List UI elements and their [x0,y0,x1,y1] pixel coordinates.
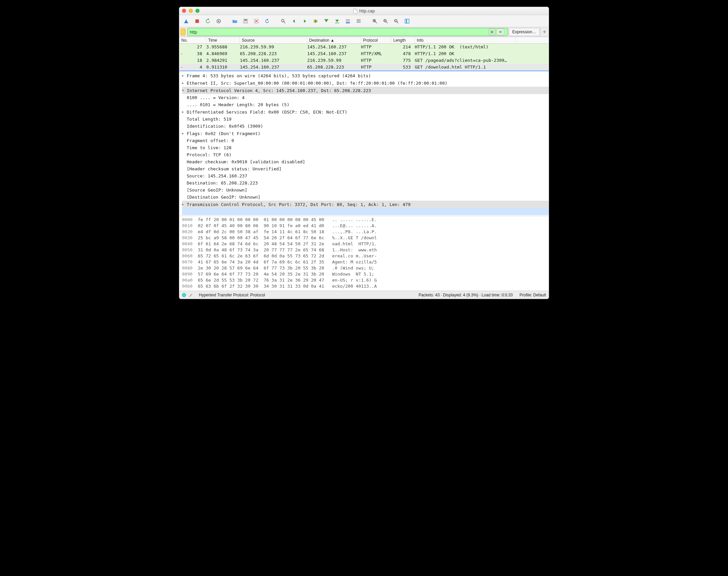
packet-cell: 0.911310 [204,64,238,70]
detail-row[interactable]: Source: 145.254.160.237 [182,172,549,179]
status-profile[interactable]: Profile: Default [519,293,546,297]
svg-rect-0 [195,19,199,23]
apply-filter-button[interactable] [496,29,504,35]
hex-row[interactable]: 0010 02 07 0f 45 40 00 80 06 90 10 91 fe… [182,223,546,229]
svg-point-6 [281,19,284,22]
detail-row[interactable]: [Destination GeoIP: Unknown] [182,194,549,201]
go-back-button[interactable] [290,17,298,26]
zoom-reset-button[interactable]: 1:1 [392,17,401,26]
hex-row[interactable]: 0030 25 bc a9 58 00 00 47 45 54 20 2f 64… [182,235,546,241]
detail-row[interactable]: Frame 4: 533 bytes on wire (4264 bits), … [182,72,549,79]
disclosure-triangle-icon[interactable] [182,201,185,208]
column-header[interactable]: Time [206,37,240,44]
disclosure-triangle-icon[interactable] [182,87,185,94]
find-packet-button[interactable] [279,17,288,26]
close-window-button[interactable] [182,9,186,13]
detail-row[interactable]: Differentiated Services Field: 0x00 (DSC… [182,108,549,116]
disclosure-triangle-icon [182,172,185,179]
packet-row[interactable]: 273.955688216.239.59.99145.254.160.237HT… [179,44,549,50]
disclosure-triangle-icon [182,165,185,172]
hex-row[interactable]: 0040 6f 61 64 2e 68 74 6d 6c 20 48 54 54… [182,241,546,247]
hex-row[interactable]: 0000 fe ff 20 00 01 00 00 00 01 00 00 00… [182,217,546,223]
capture-options-button[interactable] [214,17,223,26]
window-title: http.cap [359,8,375,13]
detail-row[interactable]: [Header checksum status: Unverified] [182,165,549,172]
detail-row[interactable]: Destination: 65.208.228.223 [182,179,549,186]
detail-row[interactable]: Time to live: 128 [182,144,549,151]
detail-row[interactable]: Flags: 0x02 (Don't Fragment) [182,130,549,137]
reload-file-button[interactable] [263,17,271,26]
disclosure-triangle-icon[interactable] [182,72,185,79]
svg-text:1:1: 1:1 [395,20,397,22]
svg-rect-27 [407,19,409,23]
packet-row[interactable]: 182.984291145.254.160.237216.239.59.99HT… [179,57,549,64]
open-file-button[interactable] [231,17,239,26]
column-header[interactable]: Length [391,37,415,44]
detail-row[interactable]: .... 0101 = Header Length: 20 bytes (5) [182,101,549,108]
resize-columns-button[interactable] [403,17,411,26]
hex-row[interactable]: 00a0 65 6e 2d 55 53 3b 20 72 76 3a 31 2e… [182,277,546,283]
expert-info-icon[interactable] [182,293,186,297]
svg-line-24 [397,22,399,23]
clear-filter-button[interactable]: ✕ [489,29,495,35]
column-header[interactable]: Source [240,37,307,44]
hex-row[interactable]: 0070 41 67 65 6e 74 3a 20 4d 6f 7a 69 6c… [182,259,546,265]
detail-row[interactable]: Identification: 0x0f45 (3909) [182,123,549,130]
packet-row[interactable]: ←384.84696965.208.228.223145.254.160.237… [179,50,549,57]
go-last-packet-button[interactable] [333,17,342,26]
packet-row[interactable]: →40.911310145.254.160.23765.208.228.223H… [179,64,549,70]
shark-fin-icon[interactable] [182,17,191,26]
detail-row[interactable]: [Source GeoIP: Unknown] [182,186,549,194]
detail-row[interactable]: Fragment offset: 0 [182,137,549,144]
go-forward-button[interactable] [300,17,309,26]
zoom-out-button[interactable] [381,17,390,26]
hex-row[interactable]: 0050 31 0d 0a 48 6f 73 74 3a 20 77 77 77… [182,247,546,253]
disclosure-triangle-icon[interactable] [182,108,185,116]
autoscroll-button[interactable] [344,17,352,26]
disclosure-triangle-icon[interactable] [182,79,185,87]
minimize-window-button[interactable] [189,9,193,13]
packet-details-pane[interactable]: Frame 4: 533 bytes on wire (4264 bits), … [179,71,549,216]
packet-list-header[interactable]: No.TimeSourceDestination ▲ProtocolLength… [179,37,549,44]
packet-cell: HTTP [359,44,389,50]
zoom-window-button[interactable] [195,9,199,13]
go-to-packet-button[interactable] [311,17,320,26]
hex-row[interactable]: 0080 2e 30 20 28 57 69 6e 64 6f 77 73 3b… [182,265,546,271]
close-file-button[interactable] [252,17,261,26]
hex-row[interactable]: 00b0 65 63 6b 6f 2f 32 30 30 34 30 31 31… [182,283,546,289]
go-first-packet-button[interactable] [322,17,331,26]
expression-button[interactable]: Expression… [509,28,540,36]
hex-row[interactable]: 0020 e4 df 0d 2c 00 50 38 af fe 14 11 4c… [182,229,546,235]
column-header[interactable]: Protocol [361,37,391,44]
save-file-button[interactable] [241,17,250,26]
column-header[interactable]: No. [179,37,206,44]
detail-row[interactable]: Transmission Control Protocol, Src Port:… [182,201,549,208]
detail-row[interactable]: Ethernet II, Src: Superlan_00:00:00 (00:… [182,79,549,87]
stop-capture-button[interactable] [193,17,201,26]
column-header[interactable]: Destination ▲ [307,37,361,44]
hex-row[interactable]: 0090 57 69 6e 64 6f 77 73 20 4e 54 20 35… [182,271,546,277]
packet-list[interactable]: 273.955688216.239.59.99145.254.160.237HT… [179,44,549,70]
detail-row[interactable]: Internet Protocol Version 4, Src: 145.25… [182,87,549,94]
colorize-button[interactable] [354,17,363,26]
display-filter-text: http [190,30,489,35]
hex-row[interactable]: 0060 65 72 65 61 6c 2e 63 6f 6d 0d 0a 55… [182,253,546,259]
packet-bytes-pane[interactable]: 0000 fe ff 20 00 01 00 00 00 01 00 00 00… [179,216,549,291]
status-left-text: Hypertext Transfer Protocol: Protocol [199,293,265,297]
svg-rect-14 [357,21,361,21]
detail-text: Protocol: TCP (6) [187,151,232,158]
detail-row[interactable]: 0100 .... = Version: 4 [182,94,549,101]
detail-row[interactable] [182,208,549,215]
restart-capture-button[interactable] [204,17,212,26]
zoom-in-button[interactable] [370,17,379,26]
add-filter-button[interactable]: + [540,28,549,36]
detail-row[interactable]: Protocol: TCP (6) [182,151,549,158]
edit-icon[interactable] [189,293,193,297]
detail-row[interactable]: Header checksum: 0x9010 [validation disa… [182,158,549,165]
display-filter-input[interactable]: http ✕ [187,28,508,36]
disclosure-triangle-icon[interactable] [182,130,185,137]
detail-row[interactable]: Total Length: 519 [182,116,549,123]
column-header[interactable]: Info [415,37,516,44]
bookmark-icon[interactable] [181,29,185,35]
disclosure-triangle-icon [182,116,185,123]
